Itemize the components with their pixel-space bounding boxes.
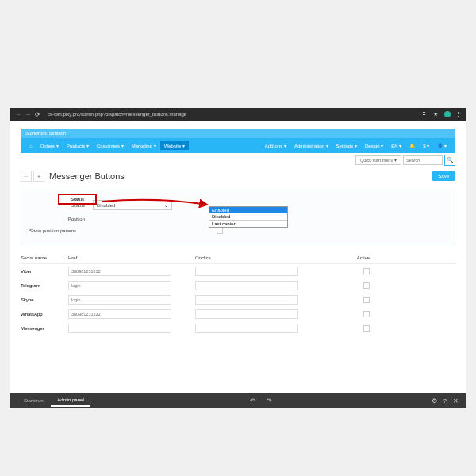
profile-avatar[interactable] <box>444 111 451 117</box>
title-row: ← + Messenger Buttons Save <box>21 166 455 186</box>
social-name: Viber <box>21 269 68 274</box>
nav-orders[interactable]: Orders ▾ <box>36 141 63 150</box>
nav-admin[interactable]: Administration ▾ <box>290 141 332 150</box>
nav-customers[interactable]: Customers ▾ <box>93 141 128 150</box>
user-icon[interactable]: 👤 ▾ <box>433 141 451 150</box>
active-checkbox[interactable] <box>363 297 370 303</box>
page-title: Messenger Buttons <box>49 171 125 181</box>
nav-website[interactable]: Website ▾ <box>160 141 189 150</box>
nav-design[interactable]: Design ▾ <box>361 141 387 150</box>
status-dropdown: Enabled Disabled Last center <box>209 206 288 228</box>
annotation-arrow <box>101 198 212 209</box>
page-viewport: Storefront: Simtech ⌂ Orders ▾ Products … <box>10 121 466 397</box>
tab-admin-panel[interactable]: Admin panel <box>51 394 90 407</box>
show-params-label: Show position params <box>29 228 132 233</box>
star-icon[interactable]: ★ <box>433 111 440 117</box>
socials-table: Social name Href Onclick Active ViberTel… <box>21 252 455 336</box>
nav-fwd-icon[interactable]: → <box>24 110 32 118</box>
tab-storefront[interactable]: Storefront <box>17 395 51 406</box>
active-checkbox[interactable] <box>363 325 370 332</box>
menu-icon[interactable]: ⋮ <box>455 111 462 117</box>
href-input[interactable] <box>68 281 171 290</box>
option-disabled[interactable]: Disabled <box>209 213 287 220</box>
table-row: Viber <box>21 264 455 278</box>
table-row: Telegram <box>21 278 455 293</box>
home-icon[interactable]: ⌂ <box>25 142 36 150</box>
settings-panel: Status Status Disabled⌄ Enabled Disabled… <box>21 190 455 244</box>
href-input[interactable] <box>68 324 171 333</box>
plus-button[interactable]: + <box>33 171 44 182</box>
search-button[interactable]: 🔍 <box>444 155 455 166</box>
social-name: Telegram <box>21 283 68 288</box>
help-icon[interactable]: ? <box>443 397 447 405</box>
table-row: Skype <box>21 293 455 307</box>
href-input[interactable] <box>68 267 171 276</box>
save-button[interactable]: Save <box>432 171 455 181</box>
search-input[interactable] <box>403 155 443 165</box>
show-params-checkbox[interactable] <box>217 228 223 234</box>
onclick-input[interactable] <box>195 281 298 290</box>
reload-icon[interactable]: ⟳ <box>33 110 41 118</box>
nav-marketing[interactable]: Marketing ▾ <box>128 141 160 150</box>
table-header: Social name Href Onclick Active <box>21 252 455 264</box>
active-checkbox[interactable] <box>363 311 370 317</box>
onclick-input[interactable] <box>195 267 298 276</box>
storefront-bar[interactable]: Storefront: Simtech <box>21 129 455 138</box>
redo-icon[interactable]: ↷ <box>267 397 272 405</box>
undo-icon[interactable]: ↶ <box>250 397 255 405</box>
url-text[interactable]: cs-cart.pixy.pro/admin.php?dispatch=mess… <box>48 112 422 117</box>
table-row: WhatsApp <box>21 307 455 321</box>
nav-products[interactable]: Products ▾ <box>63 141 93 150</box>
active-checkbox[interactable] <box>363 282 370 289</box>
browser-address-bar: ← → ⟳ cs-cart.pixy.pro/admin.php?dispatc… <box>10 108 466 121</box>
table-row: Messenger <box>21 321 455 336</box>
href-input[interactable] <box>68 295 171 305</box>
option-last-center[interactable]: Last center <box>209 220 287 227</box>
nav-currency[interactable]: $ ▾ <box>419 141 433 150</box>
translate-icon[interactable]: ⠿ <box>422 111 428 117</box>
onclick-input[interactable] <box>195 324 298 333</box>
gear-icon[interactable]: ⚙ <box>432 397 437 405</box>
storefront-label: Storefront: Simtech <box>25 131 66 136</box>
position-label: Position <box>29 217 93 221</box>
nav-addons[interactable]: Add-ons ▾ <box>261 141 290 150</box>
top-nav: ⌂ Orders ▾ Products ▾ Customers ▾ Market… <box>21 138 455 153</box>
onclick-input[interactable] <box>195 295 298 305</box>
active-checkbox[interactable] <box>363 268 370 274</box>
bottom-bar: Storefront Admin panel ↶ ↷ ⚙ ? ✕ <box>10 393 466 408</box>
social-name: Messenger <box>21 326 68 331</box>
nav-settings[interactable]: Settings ▾ <box>332 141 361 150</box>
option-enabled[interactable]: Enabled <box>209 207 287 213</box>
bell-icon[interactable]: 🔔 <box>405 141 419 150</box>
social-name: Skype <box>21 298 68 302</box>
status-highlight: Status <box>58 194 97 205</box>
back-button[interactable]: ← <box>21 171 32 182</box>
close-icon[interactable]: ✕ <box>453 397 459 405</box>
onclick-input[interactable] <box>195 309 298 319</box>
nav-back-icon[interactable]: ← <box>14 110 22 118</box>
nav-lang[interactable]: EN ▾ <box>387 141 405 150</box>
social-name: WhatsApp <box>21 312 68 317</box>
href-input[interactable] <box>68 309 171 319</box>
quick-start-menu[interactable]: Quick start menu ▾ <box>355 155 401 165</box>
